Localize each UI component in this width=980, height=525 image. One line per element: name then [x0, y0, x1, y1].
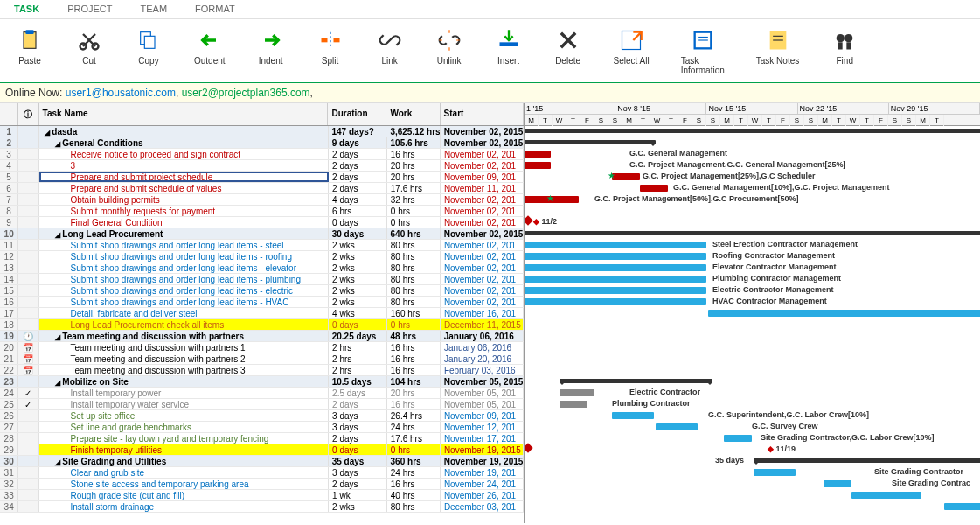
duration-cell[interactable]: 0 days	[329, 444, 387, 455]
task-name-cell[interactable]: Set line and grade benchmarks	[39, 422, 330, 432]
work-cell[interactable]: 20 hrs	[387, 172, 441, 182]
online-user-2[interactable]: user2@projectplan365.com	[182, 87, 310, 99]
task-name-cell[interactable]: Submit shop drawings and order long lead…	[39, 274, 330, 284]
gantt-row[interactable]: ★★G.C. Project Management[50%],G.C Procu…	[525, 194, 980, 206]
row-id[interactable]: 3	[0, 149, 18, 159]
task-row[interactable]: 22📅Team meeting and discussion with part…	[0, 365, 524, 376]
gantt-bar[interactable]	[525, 231, 980, 235]
row-id[interactable]: 4	[0, 160, 18, 171]
online-user-1[interactable]: user1@housatonic.com	[66, 87, 176, 99]
gantt-row[interactable]	[525, 342, 980, 354]
duration-cell[interactable]: 2 hrs	[329, 342, 387, 353]
task-name-cell[interactable]: Team meeting and discussion with partner…	[39, 354, 330, 364]
unlink-button[interactable]: Unlink	[420, 24, 479, 77]
work-cell[interactable]: 16 hrs	[387, 342, 441, 353]
duration-cell[interactable]: 2 days	[329, 433, 387, 444]
row-id[interactable]: 10	[0, 228, 18, 239]
gantt-row[interactable]: G.C. General Management	[525, 149, 980, 160]
gantt-bar[interactable]	[754, 469, 796, 476]
start-cell[interactable]: November 02, 201	[441, 297, 524, 307]
start-cell[interactable]: November 02, 201	[441, 149, 524, 159]
col-header-task-name[interactable]: Task Name	[39, 103, 329, 125]
task-name-cell[interactable]: Set up site office	[39, 410, 330, 421]
row-id[interactable]: 6	[0, 183, 18, 193]
row-id[interactable]: 20	[0, 342, 18, 353]
start-cell[interactable]: December 11, 2015	[441, 319, 524, 330]
task-name-cell[interactable]: ◢ Mobilize on Site	[39, 376, 329, 387]
task-row[interactable]: 5Prepare and submit project schedule2 da…	[0, 172, 524, 183]
task-row[interactable]: 17Detail, fabricate and deliver steel4 w…	[0, 308, 524, 319]
work-cell[interactable]: 16 hrs	[387, 479, 441, 489]
duration-cell[interactable]: 35 days	[329, 456, 387, 466]
gantt-row[interactable]: 35 days	[525, 456, 980, 467]
start-cell[interactable]: February 03, 2016	[441, 365, 524, 375]
gantt-bar[interactable]	[708, 310, 980, 317]
duration-cell[interactable]: 2 wks	[329, 251, 387, 262]
gantt-bar[interactable]	[525, 215, 533, 225]
row-id[interactable]: 27	[0, 422, 18, 432]
start-cell[interactable]: November 02, 2015	[441, 228, 524, 239]
gantt-row[interactable]: G.C. General Management[10%],G.C. Projec…	[525, 183, 980, 194]
start-cell[interactable]: November 02, 201	[441, 206, 524, 216]
duration-cell[interactable]: 2 days	[329, 172, 387, 182]
task-name-cell[interactable]: ◢ Site Grading and Utilities	[39, 456, 329, 466]
task-row[interactable]: 12Submit shop drawings and order long le…	[0, 251, 524, 262]
start-cell[interactable]: November 17, 201	[441, 433, 524, 444]
find-button[interactable]: Find	[815, 24, 874, 77]
row-id[interactable]: 18	[0, 319, 18, 330]
gantt-row[interactable]: Plumbing Contractor Management	[525, 274, 980, 285]
duration-cell[interactable]: 2 days	[329, 479, 387, 489]
gantt-bar[interactable]	[824, 480, 851, 487]
task-row[interactable]: 29Finish temporay utilities0 days0 hrsNo…	[0, 444, 524, 456]
task-name-cell[interactable]: Submit shop drawings and order long lead…	[39, 251, 330, 262]
row-id[interactable]: 24	[0, 388, 18, 398]
duration-cell[interactable]: 2 wks	[329, 240, 387, 250]
outdent-button[interactable]: Outdent	[178, 24, 241, 77]
row-id[interactable]: 30	[0, 456, 18, 466]
row-id[interactable]: 23	[0, 376, 18, 387]
work-cell[interactable]: 0 hrs	[387, 217, 441, 228]
gantt-row[interactable]: Site Grading Contractor,G.C. Labor Crew[…	[525, 433, 980, 444]
duration-cell[interactable]: 3 days	[329, 467, 387, 478]
row-id[interactable]: 25	[0, 399, 18, 410]
task-row[interactable]: 26Set up site office3 days26.4 hrsNovemb…	[0, 410, 524, 422]
start-cell[interactable]: November 02, 201	[441, 194, 524, 205]
task-row[interactable]: 27Set line and grade benchmarks3 days24 …	[0, 422, 524, 433]
task-row[interactable]: 13Submit shop drawings and order long le…	[0, 262, 524, 274]
gantt-row[interactable]: HVAC Contractor Management	[525, 297, 980, 308]
selectall-button[interactable]: Select All	[598, 24, 665, 77]
task-name-cell[interactable]: Prepare and submit schedule of values	[39, 183, 330, 193]
gantt-row[interactable]: Steel Erection Contractor Management	[525, 240, 980, 251]
work-cell[interactable]: 0 hrs	[387, 319, 441, 330]
task-name-cell[interactable]: Prepare and submit project schedule	[39, 172, 330, 182]
row-id[interactable]: 1	[0, 126, 18, 136]
task-name-cell[interactable]: ◢ Long Lead Procurement	[39, 228, 329, 239]
task-row[interactable]: 19🕐◢ Team meeting and discussion with pa…	[0, 331, 524, 342]
duration-cell[interactable]: 2.5 days	[329, 388, 387, 398]
row-id[interactable]: 17	[0, 308, 18, 318]
duration-cell[interactable]: 1 wk	[329, 490, 387, 500]
task-name-cell[interactable]: Final General Condition	[39, 217, 330, 228]
start-cell[interactable]: November 26, 201	[441, 490, 524, 500]
work-cell[interactable]: 80 hrs	[387, 285, 441, 296]
task-name-cell[interactable]: Install temporary water service	[39, 399, 330, 410]
task-row[interactable]: 1◢ dasda147 days?3,625.12 hrsNovember 02…	[0, 126, 524, 137]
gantt-row[interactable]	[525, 206, 980, 217]
col-header-work[interactable]: Work	[386, 103, 440, 125]
gantt-row[interactable]: ★G.C. Project Management[25%],G.C Schedu…	[525, 172, 980, 183]
work-cell[interactable]: 80 hrs	[387, 251, 441, 262]
gantt-row[interactable]: ◆ 11/2	[525, 217, 980, 228]
start-cell[interactable]: November 05, 2015	[441, 376, 524, 387]
gantt-row[interactable]	[525, 137, 980, 149]
duration-cell[interactable]: 2 wks	[329, 297, 387, 307]
indent-button[interactable]: Indent	[241, 24, 301, 77]
work-cell[interactable]: 80 hrs	[387, 501, 441, 512]
taskinfo-button[interactable]: TaskInformation	[665, 24, 740, 77]
gantt-bar[interactable]	[525, 242, 706, 248]
gantt-bar[interactable]	[525, 298, 706, 305]
start-cell[interactable]: November 02, 201	[441, 285, 524, 296]
start-cell[interactable]: November 24, 201	[441, 479, 524, 489]
work-cell[interactable]: 48 hrs	[387, 331, 441, 341]
duration-cell[interactable]: 2 hrs	[329, 365, 387, 375]
work-cell[interactable]: 16 hrs	[387, 354, 441, 364]
